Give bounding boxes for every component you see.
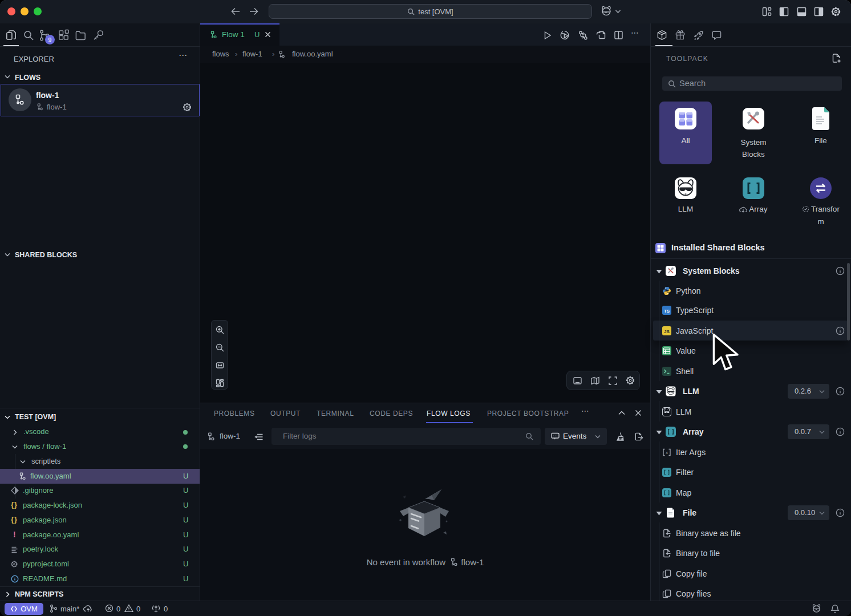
svg-text:x: x (666, 450, 668, 455)
svg-text:JS: JS (664, 329, 670, 334)
svg-text:TS: TS (664, 309, 670, 314)
